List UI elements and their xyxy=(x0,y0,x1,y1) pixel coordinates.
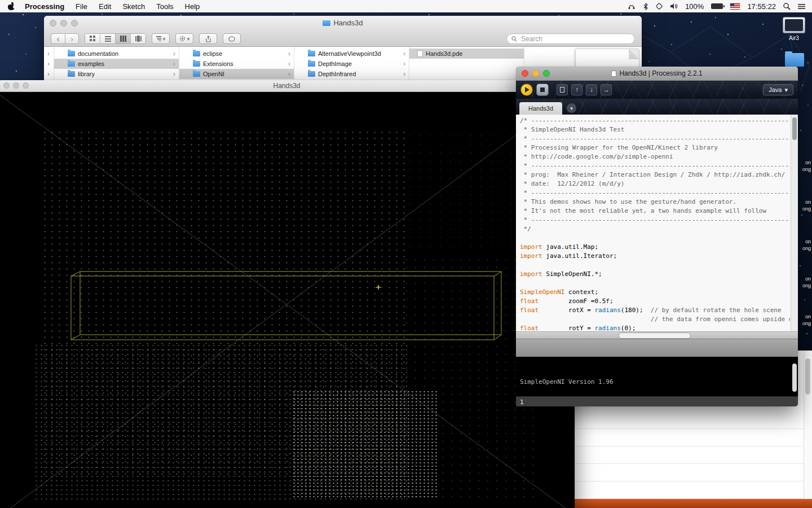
icon-view-button[interactable] xyxy=(85,34,100,43)
coverflow-view-button[interactable] xyxy=(131,34,145,43)
folder-icon xyxy=(308,71,315,77)
finder-item-openni[interactable]: OpenNI› xyxy=(179,69,294,79)
coverflow-icon xyxy=(135,36,142,42)
phone-icon[interactable] xyxy=(628,3,636,10)
volume-icon[interactable] xyxy=(670,3,678,10)
menu-item-sketch[interactable]: Sketch xyxy=(117,2,151,11)
new-file-icon xyxy=(560,87,564,93)
finder-item-eclipse[interactable]: eclipse› xyxy=(179,49,294,59)
chevron-right-icon: › xyxy=(288,69,293,79)
scrollbar-thumb[interactable] xyxy=(805,358,810,395)
desktop-icon-label-fragment: ong xyxy=(802,283,811,288)
finder-item-library[interactable]: library› xyxy=(54,69,179,79)
finder-item-hands3d.pde[interactable]: Hands3d.pde xyxy=(409,49,524,59)
run-button[interactable] xyxy=(520,84,533,96)
minimize-button[interactable] xyxy=(13,82,19,89)
code-vertical-scrollbar[interactable] xyxy=(791,115,798,331)
notification-center-icon[interactable] xyxy=(798,3,805,10)
forward-button[interactable]: › xyxy=(65,33,79,44)
apple-menu-icon[interactable] xyxy=(8,3,15,10)
column-view-button[interactable] xyxy=(116,34,131,43)
mode-selector[interactable]: Java▾ xyxy=(763,84,793,95)
menu-item-help[interactable]: Help xyxy=(179,2,206,11)
desktop-icon-label-fragment: ong xyxy=(802,206,811,212)
console-scrollbar-thumb[interactable] xyxy=(792,364,797,392)
code-line: import SimpleOpenNI.*; xyxy=(520,270,790,279)
message-bar xyxy=(516,339,798,357)
finder-item-extensions[interactable]: Extensions› xyxy=(179,59,294,69)
menu-item-edit[interactable]: Edit xyxy=(93,2,117,11)
bluetooth-icon[interactable] xyxy=(643,3,648,10)
ide-tabbar: Hands3d ▾ xyxy=(516,99,798,115)
spotlight-icon[interactable] xyxy=(783,3,791,10)
search-icon xyxy=(511,36,517,42)
desktop-icon-label-fragment: ong xyxy=(802,321,811,326)
code-line: import java.util.Map; xyxy=(520,243,790,252)
finder-toolbar: ‹ › xyxy=(44,32,642,46)
bounding-box xyxy=(71,271,501,340)
back-button[interactable]: ‹ xyxy=(51,33,65,44)
zoom-button[interactable] xyxy=(23,82,29,89)
code-line: * http://code.google.com/p/simple-openni xyxy=(520,152,790,161)
new-sketch-button[interactable] xyxy=(557,84,568,95)
hand-marker xyxy=(376,285,381,290)
stop-button[interactable] xyxy=(536,84,549,96)
window-title: Hands3d | Processing 2.2.1 xyxy=(516,67,798,80)
code-line: * This demos shows how to use the gestur… xyxy=(520,198,790,207)
battery-icon[interactable] xyxy=(711,3,723,9)
finder-item-label: eclipse xyxy=(203,50,222,57)
search-field[interactable] xyxy=(506,33,635,44)
code-line: float rotY = radians(0); xyxy=(520,324,790,331)
menu-item-processing[interactable]: Processing xyxy=(19,2,70,11)
finder-item-alternativeviewpoint3d[interactable]: AlternativeViewpoint3d› xyxy=(294,49,409,59)
folder-icon xyxy=(193,61,200,67)
code-line: * prog: Max Rheiner / Interaction Design… xyxy=(520,170,790,179)
tab-hands3d[interactable]: Hands3d xyxy=(519,102,562,115)
status-bar: 1 xyxy=(516,396,798,406)
code-line: * Processing Wrapper for the OpenNI/Kine… xyxy=(520,143,790,152)
wireframe-overlay xyxy=(0,92,575,508)
list-view-button[interactable] xyxy=(100,34,116,43)
chevron-down-icon: ▾ xyxy=(570,106,573,111)
ide-titlebar[interactable]: Hands3d | Processing 2.2.1 xyxy=(516,67,798,81)
finder-item-label: DepthImage xyxy=(318,60,352,67)
folder-icon xyxy=(68,51,75,56)
tab-menu-button[interactable]: ▾ xyxy=(567,103,576,113)
code-horizontal-scrollbar[interactable] xyxy=(516,331,798,339)
close-button[interactable] xyxy=(3,82,10,89)
finder-item-depthimage[interactable]: DepthImage› xyxy=(294,59,409,69)
input-language-flag-icon[interactable] xyxy=(730,3,740,10)
menu-clock[interactable]: 17:55:22 xyxy=(747,2,776,11)
scrollbar-thumb[interactable] xyxy=(792,117,797,140)
menu-item-tools[interactable]: Tools xyxy=(151,2,179,11)
arrange-button[interactable]: ▾ xyxy=(152,33,170,44)
action-button[interactable]: ▾ xyxy=(175,33,193,44)
menu-item-file[interactable]: File xyxy=(70,2,93,11)
chevron-right-icon: › xyxy=(47,59,52,69)
finder-item-examples[interactable]: examples› xyxy=(54,59,179,69)
search-input[interactable] xyxy=(520,34,630,43)
finder-titlebar[interactable]: Hands3d ‹ › xyxy=(44,16,642,47)
code-line: * --------------------------------------… xyxy=(520,189,790,198)
background-window-scrollbar[interactable] xyxy=(804,351,812,499)
code-line: float zoomF =0.5f; xyxy=(520,297,790,306)
finder-item-documentation[interactable]: documentation› xyxy=(54,49,179,59)
chevron-right-icon: › xyxy=(288,59,293,69)
code-editor[interactable]: /* -------------------------------------… xyxy=(516,115,798,331)
open-button[interactable]: ↑ xyxy=(571,84,582,95)
folder-icon xyxy=(323,20,330,26)
tags-button[interactable] xyxy=(223,33,241,44)
desktop-icon-label-fragment: ong xyxy=(802,167,811,172)
save-button[interactable]: ↓ xyxy=(586,84,597,95)
scrollbar-thumb[interactable] xyxy=(619,332,691,339)
finder-item-depthinfrared[interactable]: DepthInfrared› xyxy=(294,69,409,79)
sketch-titlebar[interactable]: Hands3d xyxy=(0,80,575,92)
folder-icon xyxy=(308,61,315,67)
orange-strip xyxy=(573,499,812,508)
export-button[interactable]: → xyxy=(601,84,612,95)
chevron-right-icon: › xyxy=(288,49,293,59)
chevron-down-icon: ▾ xyxy=(784,86,788,94)
code-line: * --------------------------------------… xyxy=(520,216,790,225)
airplay-icon[interactable] xyxy=(656,3,663,10)
share-button[interactable] xyxy=(199,33,217,44)
